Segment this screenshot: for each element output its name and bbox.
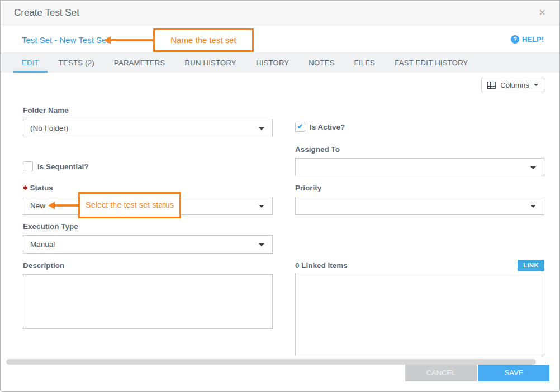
priority-label: Priority [295,184,321,192]
columns-button[interactable]: Columns [481,78,544,92]
link-button[interactable]: LINK [518,260,544,271]
is-active-label: Is Active? [310,123,345,131]
folder-name-value: (No Folder) [30,124,68,132]
test-set-name-link[interactable]: Test Set - New Test Set [22,35,109,45]
execution-type-select[interactable]: Manual [23,235,273,254]
tab-fast-edit-history[interactable]: FAST EDIT HISTORY [386,53,476,73]
description-label: Description [23,261,64,270]
help-link[interactable]: ? HELP! [511,35,544,44]
chevron-down-icon [530,166,536,169]
chevron-down-icon [530,205,536,208]
chevron-down-icon [259,127,264,130]
close-icon[interactable]: × [535,5,549,20]
tab-files[interactable]: FILES [346,53,384,73]
name-callout: Name the test set [153,28,254,52]
cancel-button[interactable]: CANCEL [405,365,477,381]
table-grid-icon [487,82,496,89]
is-active-checkbox[interactable]: ✔ [295,122,305,132]
tab-bar: EDIT TESTS (2) PARAMETERS RUN HISTORY HI… [1,52,559,73]
status-callout: Select the test set status [78,192,181,218]
chevron-down-icon [534,84,538,86]
chevron-down-icon [259,205,264,208]
columns-label: Columns [500,81,529,89]
priority-select[interactable] [295,197,544,215]
required-asterisk-icon: ✱ [23,185,27,191]
tab-edit[interactable]: EDIT [13,53,48,73]
folder-name-label: Folder Name [23,106,69,114]
assigned-to-label: Assigned To [295,145,340,154]
execution-type-label: Execution Type [23,222,78,231]
tab-notes[interactable]: NOTES [300,53,343,73]
execution-type-value: Manual [30,240,55,248]
save-button[interactable]: SAVE [478,365,549,381]
dialog-title: Create Test Set [14,1,79,25]
tab-parameters[interactable]: PARAMETERS [106,53,174,73]
dialog-header: Create Test Set × [1,1,559,25]
folder-name-select[interactable]: (No Folder) [23,119,273,137]
status-label-text: Status [30,184,53,192]
tab-run-history[interactable]: RUN HISTORY [177,53,245,73]
is-sequential-checkbox[interactable] [23,161,33,171]
tab-history[interactable]: HISTORY [248,53,297,73]
question-circle-icon: ? [511,35,519,44]
tab-tests[interactable]: TESTS (2) [50,53,103,73]
status-value: New [30,202,45,210]
description-textarea[interactable] [23,274,273,329]
is-sequential-label: Is Sequential? [37,162,89,171]
linked-items-box [295,273,544,356]
arrow-shaft [54,204,79,207]
help-label: HELP! [522,35,544,44]
linked-items-label: 0 Linked Items [295,261,348,270]
create-test-set-dialog: Create Test Set × Test Set - New Test Se… [0,0,560,392]
status-label: ✱Status [23,184,53,192]
chevron-down-icon [259,243,264,246]
assigned-to-select[interactable] [295,158,544,176]
arrow-shaft [110,39,154,41]
horizontal-scrollbar[interactable] [6,359,536,365]
check-icon: ✔ [297,122,303,131]
